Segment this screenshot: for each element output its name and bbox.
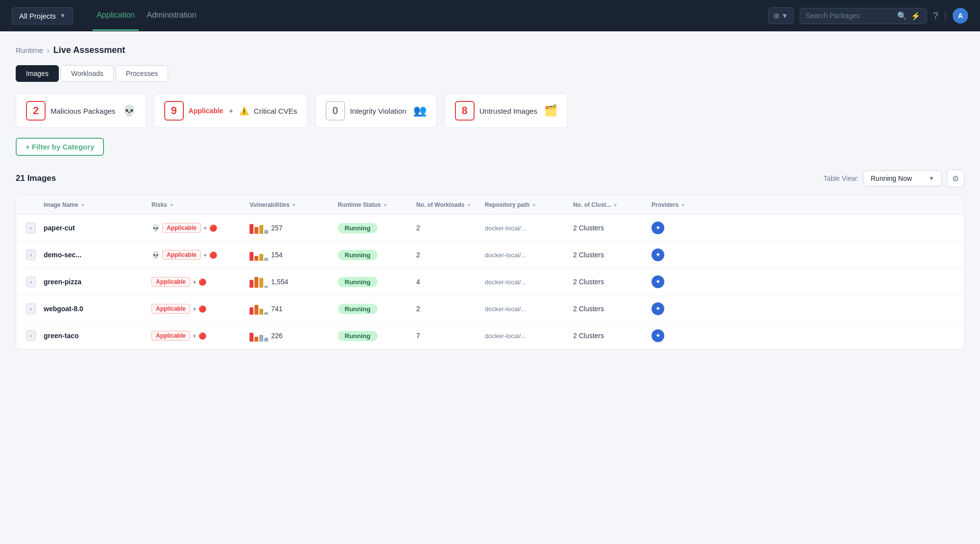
dropdown-chevron-icon: ▼ xyxy=(929,175,934,182)
expand-button[interactable]: › xyxy=(26,249,36,260)
table-row[interactable]: ›webgoat-8.0Applicable+🔴741Running2docke… xyxy=(16,296,964,322)
th-clusters[interactable]: No. of Clust... ▼ xyxy=(569,196,648,214)
th-providers[interactable]: Providers ▼ xyxy=(648,196,716,214)
avatar[interactable]: A xyxy=(953,8,968,24)
metric-cards: 2 Malicious Packages 💀 9 Applicable + ⚠️… xyxy=(16,94,964,128)
view-toggle-button[interactable]: ⊞ ▼ xyxy=(768,7,794,24)
plus-sign: + xyxy=(193,332,197,340)
metric-integrity-count: 0 xyxy=(326,101,345,121)
skull-icon: 💀 xyxy=(123,104,136,117)
nav-tab-administration[interactable]: Administration xyxy=(143,1,200,31)
table-header-controls: 21 Images Table View: Running Now ▼ ⚙ xyxy=(16,170,964,187)
workload-count: 4 xyxy=(416,278,420,286)
table-row[interactable]: ›green-tacoApplicable+🔴226Running7docker… xyxy=(16,322,964,349)
image-name: webgoat-8.0 xyxy=(44,305,83,313)
metric-cve-label: Critical CVEs xyxy=(254,107,297,115)
th-risks[interactable]: Risks ▼ xyxy=(148,196,246,214)
table-row[interactable]: ›green-pizzaApplicable+🔴1,554Running4doc… xyxy=(16,269,964,296)
vuln-count: 226 xyxy=(271,332,282,340)
header: All Projects ▼ Application Administratio… xyxy=(0,0,980,31)
applicable-badge: Applicable xyxy=(189,107,224,115)
vuln-count: 1,554 xyxy=(271,278,288,286)
sort-icon: ▼ xyxy=(531,202,536,208)
breadcrumb-runtime[interactable]: Runtime xyxy=(16,46,43,54)
nav-tab-application[interactable]: Application xyxy=(93,1,139,31)
vuln-count: 741 xyxy=(271,305,282,313)
untrusted-icon: 🗂️ xyxy=(544,104,557,117)
table-row[interactable]: ›paper-cut💀Applicable+🔴257Running2docker… xyxy=(16,215,964,242)
vuln-count: 257 xyxy=(271,224,282,232)
table-view-dropdown[interactable]: Running Now ▼ xyxy=(863,171,942,186)
applicable-badge: Applicable xyxy=(151,331,190,341)
th-runtime-status[interactable]: Runtime Status ▼ xyxy=(334,196,412,214)
image-name: green-pizza xyxy=(44,278,81,286)
settings-icon: ⚙ xyxy=(952,174,959,183)
chevron-down-icon: ▼ xyxy=(60,12,66,19)
main-content: Runtime › Live Assessment Images Workloa… xyxy=(0,31,980,363)
table-body: ›paper-cut💀Applicable+🔴257Running2docker… xyxy=(16,215,964,349)
tab-workloads[interactable]: Workloads xyxy=(61,65,114,82)
th-repo-path[interactable]: Repository path ▼ xyxy=(481,196,569,214)
vuln-bars xyxy=(250,303,268,315)
sort-icon: ▼ xyxy=(169,202,174,208)
th-workloads[interactable]: No. of Workloads ▼ xyxy=(412,196,481,214)
image-name: paper-cut xyxy=(44,224,75,232)
runtime-status-badge: Running xyxy=(338,277,377,287)
critical-icon: 🔴 xyxy=(199,332,206,340)
workload-count: 2 xyxy=(416,224,420,232)
kubernetes-icon: ✦ xyxy=(652,222,664,234)
plus-sign: + xyxy=(203,251,207,259)
project-selector[interactable]: All Projects ▼ xyxy=(12,7,73,25)
sort-icon: ▼ xyxy=(383,202,388,208)
applicable-badge: Applicable xyxy=(151,304,190,314)
critical-icon: 🔴 xyxy=(199,305,206,313)
metric-untrusted-images[interactable]: 8 Untrusted Images 🗂️ xyxy=(445,94,568,128)
expand-button[interactable]: › xyxy=(26,303,36,314)
cluster-count: 2 Clusters xyxy=(573,278,604,286)
metric-cve-count: 9 xyxy=(164,101,184,121)
plus-sign: + xyxy=(193,305,197,313)
search-icon: 🔍 xyxy=(897,11,907,21)
image-name: demo-sec... xyxy=(44,251,81,259)
table-settings-button[interactable]: ⚙ xyxy=(947,170,964,187)
th-image-name[interactable]: Image Name ▼ xyxy=(40,196,148,214)
search-box: 🔍 ⚡ xyxy=(800,8,927,24)
grid-icon: ⊞ xyxy=(774,12,779,20)
table-view-label: Table View: xyxy=(824,174,858,182)
plus-sign: + xyxy=(203,224,207,232)
tab-images[interactable]: Images xyxy=(16,65,59,82)
repo-path: docker-local/... xyxy=(485,224,527,232)
header-divider: | xyxy=(944,10,947,22)
filter-by-category-button[interactable]: + Filter by Category xyxy=(16,138,104,156)
header-right: ⊞ ▼ 🔍 ⚡ ? | A xyxy=(768,7,968,24)
sort-icon: ▼ xyxy=(613,202,618,208)
sort-icon: ▼ xyxy=(80,202,85,208)
workload-count: 7 xyxy=(416,332,420,340)
skull-icon: 💀 xyxy=(151,251,160,259)
applicable-badge: Applicable xyxy=(151,277,190,287)
metric-integrity-violation[interactable]: 0 Integrity Violation 👥 xyxy=(315,94,437,128)
cluster-count: 2 Clusters xyxy=(573,224,604,232)
vuln-bars xyxy=(250,222,268,234)
view-chevron-icon: ▼ xyxy=(781,12,788,20)
expand-button[interactable]: › xyxy=(26,330,36,341)
workload-count: 2 xyxy=(416,251,420,259)
metric-malicious-packages[interactable]: 2 Malicious Packages 💀 xyxy=(16,94,146,128)
tab-processes[interactable]: Processes xyxy=(116,65,168,82)
integrity-icon: 👥 xyxy=(413,104,427,117)
th-vulnerabilities[interactable]: Vulnerabilities ▼ xyxy=(246,196,334,214)
metric-untrusted-label: Untrusted Images xyxy=(479,107,537,115)
plus-separator: + xyxy=(229,107,233,115)
table-view-controls: Table View: Running Now ▼ ⚙ xyxy=(824,170,964,187)
applicable-badge: Applicable xyxy=(162,223,201,233)
help-button[interactable]: ? xyxy=(933,10,938,22)
search-filter-button[interactable]: ⚡ xyxy=(911,11,921,21)
table-row[interactable]: ›demo-sec...💀Applicable+🔴154Running2dock… xyxy=(16,242,964,269)
cluster-count: 2 Clusters xyxy=(573,305,604,313)
expand-button[interactable]: › xyxy=(26,276,36,287)
search-input[interactable] xyxy=(806,12,893,20)
workload-count: 2 xyxy=(416,305,420,313)
expand-button[interactable]: › xyxy=(26,223,36,233)
repo-path: docker-local/... xyxy=(485,278,527,286)
metric-critical-cves[interactable]: 9 Applicable + ⚠️ Critical CVEs xyxy=(154,94,307,128)
